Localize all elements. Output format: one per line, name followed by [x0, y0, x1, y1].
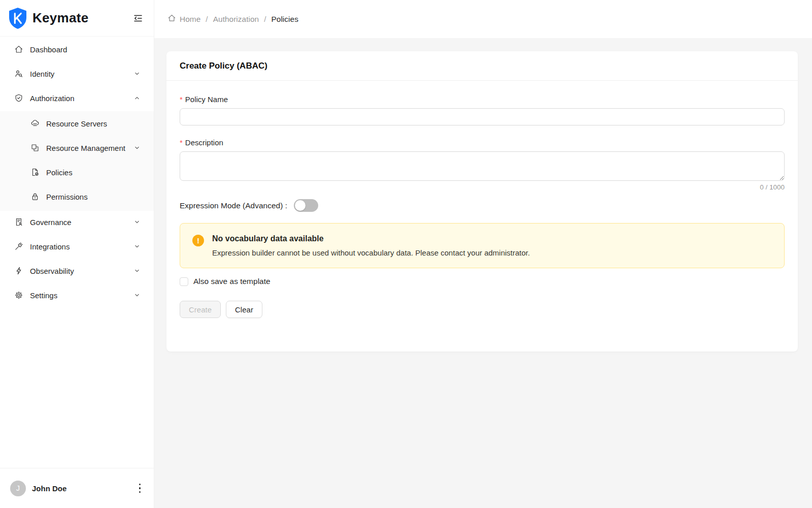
- chevron-down-icon: [133, 292, 141, 299]
- sidebar-item-label: Policies: [46, 168, 73, 177]
- breadcrumb-current: Policies: [271, 15, 298, 24]
- vocabulary-warning-alert: ! No vocabulary data available Expressio…: [180, 223, 785, 268]
- user-name: John Doe: [32, 484, 66, 493]
- chevron-down-icon: [133, 144, 141, 151]
- sidebar-item-label: Dashboard: [30, 45, 67, 54]
- form-actions: Create Clear: [180, 301, 785, 318]
- breadcrumb-home-label: Home: [180, 15, 200, 24]
- save-template-checkbox[interactable]: [180, 277, 188, 286]
- lock-icon: [30, 192, 40, 201]
- sidebar-item-policies[interactable]: Policies: [4, 161, 150, 183]
- required-mark: *: [180, 96, 183, 103]
- cloud-server-icon: [30, 119, 40, 128]
- audit-icon: [14, 217, 23, 227]
- sidebar: Keymate Dashboard: [0, 0, 154, 508]
- alert-content: No vocabulary data available Expression …: [212, 234, 530, 257]
- toggle-knob: [295, 200, 306, 211]
- sidebar-item-authorization[interactable]: Authorization: [4, 87, 150, 109]
- policy-name-label: Policy Name: [185, 95, 228, 104]
- sidebar-item-label: Resource Management: [46, 144, 125, 152]
- save-template-row[interactable]: Also save as template: [180, 277, 785, 286]
- clear-button[interactable]: Clear: [226, 301, 262, 318]
- sidebar-header: Keymate: [0, 0, 154, 37]
- file-check-icon: [30, 168, 40, 177]
- sidebar-item-permissions[interactable]: Permissions: [4, 185, 150, 208]
- expression-mode-row: Expression Mode (Advanced) :: [180, 199, 785, 212]
- char-counter: 0 / 1000: [180, 183, 785, 191]
- user-menu-kebab-icon[interactable]: [136, 481, 144, 496]
- page-title: Create Policy (ABAC): [180, 61, 267, 71]
- breadcrumb-separator: /: [206, 15, 208, 24]
- authorization-submenu: Resource Servers Resource Management: [0, 111, 154, 211]
- create-policy-card: Create Policy (ABAC) * Policy Name * Des…: [166, 51, 798, 352]
- sidebar-item-identity[interactable]: Identity: [4, 62, 150, 85]
- sidebar-collapse-button[interactable]: [131, 12, 145, 25]
- sidebar-item-label: Settings: [30, 291, 57, 300]
- sidebar-item-resource-servers[interactable]: Resource Servers: [4, 112, 150, 135]
- breadcrumb-authorization[interactable]: Authorization: [213, 15, 259, 24]
- keymate-logo-icon: [8, 7, 27, 30]
- sidebar-item-integrations[interactable]: Integrations: [4, 235, 150, 258]
- sidebar-item-label: Resource Servers: [46, 119, 107, 128]
- sidebar-item-label: Governance: [30, 218, 72, 227]
- alert-title: No vocabulary data available: [212, 234, 530, 243]
- content-area: Create Policy (ABAC) * Policy Name * Des…: [154, 38, 812, 508]
- sidebar-item-label: Observability: [30, 267, 74, 275]
- home-icon: [167, 14, 176, 24]
- avatar: J: [10, 481, 26, 496]
- sidebar-item-settings[interactable]: Settings: [4, 284, 150, 306]
- breadcrumb-separator: /: [264, 15, 266, 24]
- brand-name: Keymate: [32, 10, 89, 26]
- policy-name-label-row: * Policy Name: [180, 95, 785, 104]
- chevron-down-icon: [133, 243, 141, 250]
- sidebar-menu: Dashboard Identity: [0, 37, 154, 306]
- gear-icon: [14, 291, 23, 300]
- expression-mode-toggle[interactable]: [294, 199, 318, 212]
- create-button[interactable]: Create: [180, 301, 221, 318]
- chevron-down-icon: [133, 70, 141, 77]
- breadcrumb-home[interactable]: Home: [167, 14, 200, 24]
- api-icon: [14, 242, 23, 251]
- chevron-down-icon: [133, 267, 141, 274]
- thunderbolt-icon: [14, 266, 23, 275]
- warning-exclamation-icon: !: [192, 235, 204, 246]
- description-textarea[interactable]: [180, 151, 785, 181]
- description-label: Description: [185, 138, 223, 147]
- shield-check-icon: [14, 93, 23, 103]
- sidebar-item-observability[interactable]: Observability: [4, 260, 150, 282]
- block-icon: [30, 143, 40, 152]
- breadcrumb: Home / Authorization / Policies: [167, 14, 298, 24]
- home-icon: [14, 45, 23, 54]
- sidebar-item-label: Authorization: [30, 94, 75, 103]
- sidebar-item-governance[interactable]: Governance: [4, 211, 150, 233]
- main-area: Home / Authorization / Policies Create P…: [154, 0, 812, 508]
- sidebar-item-label: Integrations: [30, 242, 70, 251]
- required-mark: *: [180, 139, 183, 146]
- chevron-down-icon: [133, 218, 141, 226]
- user-search-icon: [14, 69, 23, 78]
- topbar: Home / Authorization / Policies: [154, 0, 812, 38]
- app-root: Keymate Dashboard: [0, 0, 812, 508]
- expression-mode-label: Expression Mode (Advanced) :: [180, 201, 287, 210]
- description-label-row: * Description: [180, 138, 785, 147]
- chevron-up-icon: [133, 94, 141, 102]
- save-template-label: Also save as template: [193, 277, 270, 286]
- card-body: * Policy Name * Description 0 / 1000 Exp: [166, 81, 798, 352]
- user-profile: J John Doe: [0, 468, 154, 508]
- card-header: Create Policy (ABAC): [166, 51, 798, 81]
- alert-description: Expression builder cannot be used withou…: [212, 248, 530, 257]
- sidebar-item-dashboard[interactable]: Dashboard: [4, 38, 150, 60]
- sidebar-item-label: Identity: [30, 70, 54, 78]
- sidebar-item-resource-management[interactable]: Resource Management: [4, 137, 150, 159]
- policy-name-input[interactable]: [180, 108, 785, 125]
- sidebar-item-label: Permissions: [46, 193, 88, 201]
